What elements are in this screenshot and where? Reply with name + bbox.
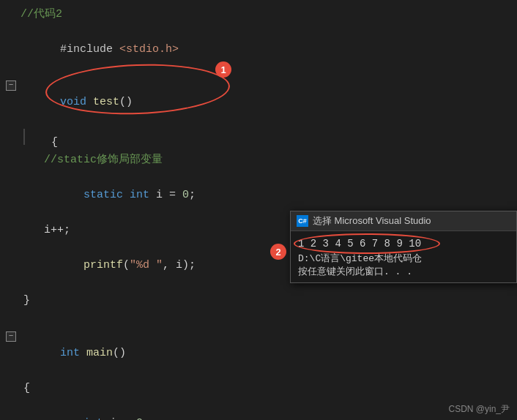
code-line-void-test: − void test()	[0, 76, 517, 129]
code-line-brace1: {	[0, 129, 517, 151]
code-editor: //代码2 #include <stdio.h> − void test() {…	[0, 0, 517, 420]
code-brace-open1: {	[25, 134, 511, 151]
code-line-int-main: − int main()	[0, 327, 517, 380]
console-output-3: 按任意键关闭此窗口. . .	[298, 265, 509, 278]
code-line-close-brace1: }	[0, 292, 517, 310]
code-close-brace1: }	[23, 292, 511, 310]
code-line-blank	[0, 310, 517, 327]
code-brace-open2: {	[23, 380, 511, 397]
code-line-brace2: {	[0, 380, 517, 397]
code-line-title: //代码2	[0, 6, 517, 23]
code-line-include: #include <stdio.h>	[0, 23, 517, 76]
code-comment-static: //static修饰局部变量	[44, 151, 511, 169]
vs-icon: C#	[297, 215, 308, 227]
console-title: 选择 Microsoft Visual Studio	[313, 214, 431, 228]
code-int-i: int i = 0;	[44, 397, 511, 420]
code-void-test: void test()	[21, 76, 511, 129]
console-body: 1 2 3 4 5 6 7 8 9 10 D:\C语言\gitee本地代码仓 按…	[291, 231, 516, 282]
code-include: #include <stdio.h>	[21, 23, 511, 76]
code-int-main: int main()	[21, 327, 511, 380]
collapse-button[interactable]: −	[6, 80, 16, 91]
console-titlebar: C# 选择 Microsoft Visual Studio	[291, 211, 516, 231]
collapse-main-button[interactable]: −	[6, 331, 16, 342]
code-line-comment-static: //static修饰局部变量	[0, 151, 517, 169]
csdn-watermark: CSDN @yin_尹	[448, 403, 510, 416]
console-output-2: D:\C语言\gitee本地代码仓	[298, 252, 509, 265]
code-line-int-i: int i = 0;	[0, 397, 517, 420]
gutter-collapse[interactable]: −	[0, 80, 21, 91]
gutter-collapse-main[interactable]: −	[0, 331, 21, 342]
code-comment-title: //代码2	[21, 6, 511, 23]
console-output-1: 1 2 3 4 5 6 7 8 9 10	[298, 236, 509, 252]
console-popup[interactable]: C# 选择 Microsoft Visual Studio 1 2 3 4 5 …	[290, 211, 517, 283]
